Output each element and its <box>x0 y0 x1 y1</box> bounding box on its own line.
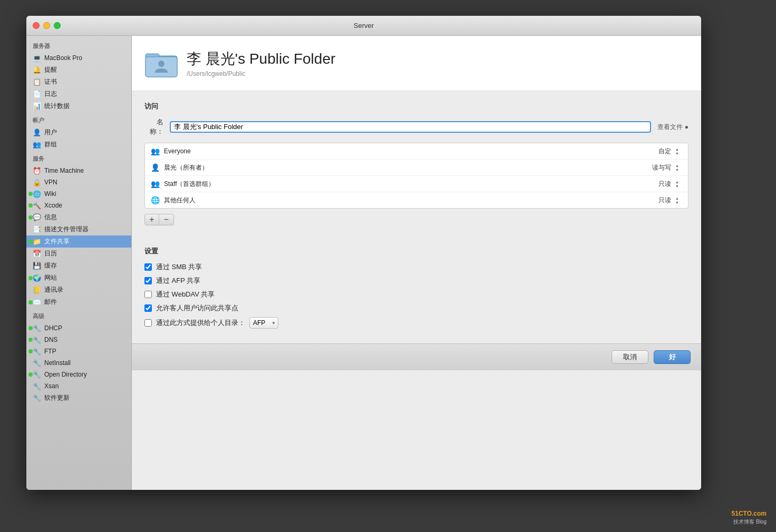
sidebar-item-label: 证书 <box>44 77 57 86</box>
chevron-updown-icon <box>675 196 683 204</box>
users-icon: 👤 <box>33 129 41 137</box>
sidebar-section-label: 高级 <box>26 308 131 322</box>
sidebar-item-wiki[interactable]: 🌐Wiki <box>26 188 131 200</box>
view-files-button[interactable]: 查看文件 ● <box>657 123 688 132</box>
folder-info: 李 晨光's Public Folder /Users/lcgweb/Publi… <box>187 49 335 77</box>
user-icon: 🌐 <box>150 195 160 205</box>
settings-row-smb: 通过 SMB 共享 <box>144 262 688 272</box>
sidebar-item-label: Wiki <box>44 190 56 198</box>
permission-select-stepper[interactable] <box>675 179 683 189</box>
sidebar-item-vpn[interactable]: 🔒VPN <box>26 176 131 188</box>
dns-icon: 🔧 <box>33 336 41 344</box>
sidebar-item-groups[interactable]: 👥群组 <box>26 139 131 151</box>
checkbox-smb[interactable] <box>144 263 152 271</box>
status-dot <box>28 300 33 304</box>
user-icon: 👥 <box>150 179 160 189</box>
sidebar-item-log[interactable]: 📄日志 <box>26 88 131 100</box>
sidebar-item-dns[interactable]: 🔧DNS <box>26 334 131 346</box>
protocol-select-wrapper: AFPSMBFTP <box>249 317 278 329</box>
sidebar-item-label: 网站 <box>44 273 57 282</box>
sidebar-item-timemachine[interactable]: ⏰Time Machine <box>26 165 131 176</box>
sidebar-item-label: Xcode <box>44 202 62 209</box>
opendirectory-icon: 🔧 <box>33 370 41 379</box>
sidebar-item-xcode[interactable]: 🔨Xcode <box>26 200 131 211</box>
sidebar-item-label: 日历 <box>44 249 57 258</box>
status-dot <box>28 240 33 244</box>
name-input[interactable] <box>170 121 651 133</box>
sidebar-section-label: 帐户 <box>26 112 131 126</box>
reminder-icon: 🔔 <box>33 66 41 74</box>
user-name: 其他任何人 <box>164 196 654 205</box>
settings-row-guest: 允许客人用户访问此共享点 <box>144 303 688 313</box>
settings-label-homedirs: 通过此方式提供给个人目录： <box>156 318 245 328</box>
ftp-icon: 🔧 <box>33 347 41 356</box>
permission-row: 👤晨光（所有者）读与写 <box>145 160 688 176</box>
sidebar-item-mail[interactable]: ✉️邮件 <box>26 296 131 308</box>
sidebar-section-label: 服务器 <box>26 38 131 52</box>
user-icon: 👤 <box>150 163 160 172</box>
folder-icon <box>144 46 178 80</box>
sidebar-item-info[interactable]: 💬信息 <box>26 211 131 223</box>
checkbox-afp[interactable] <box>144 277 152 284</box>
minimize-button[interactable] <box>43 22 50 29</box>
sidebar-item-fileshare[interactable]: 📁文件共享 <box>26 235 131 248</box>
sidebar-item-xsan[interactable]: 🔧Xsan <box>26 380 131 392</box>
sidebar-item-website[interactable]: 🌍网站 <box>26 272 131 284</box>
cert-icon: 📋 <box>33 78 41 86</box>
settings-label-webdav: 通过 WebDAV 共享 <box>156 290 215 299</box>
sidebar-item-opendirectory[interactable]: 🔧Open Directory <box>26 369 131 380</box>
ok-button[interactable]: 好 <box>654 350 691 364</box>
sidebar-item-softwareupdate[interactable]: 🔧软件更新 <box>26 392 131 404</box>
main-panel: 李 晨光's Public Folder /Users/lcgweb/Publi… <box>132 36 701 490</box>
sidebar-item-cert[interactable]: 📋证书 <box>26 76 131 88</box>
sidebar-item-dhcp[interactable]: 🔧DHCP <box>26 322 131 334</box>
permission-select-stepper[interactable] <box>675 162 683 173</box>
sidebar-item-cache[interactable]: 💾缓存 <box>26 260 131 272</box>
timemachine-icon: ⏰ <box>33 166 41 175</box>
sidebar-item-label: VPN <box>44 179 57 186</box>
chevron-updown-icon <box>675 164 683 172</box>
permission-select-stepper[interactable] <box>675 195 683 205</box>
checkbox-guest[interactable] <box>144 304 152 312</box>
permission-select-stepper[interactable] <box>675 146 683 156</box>
remove-permission-button[interactable]: − <box>159 214 174 225</box>
sidebar-item-contacts[interactable]: 📒通讯录 <box>26 284 131 296</box>
status-dot <box>28 192 33 196</box>
cancel-button[interactable]: 取消 <box>612 350 648 364</box>
name-label: 名称： <box>144 117 163 136</box>
permission-row: 👥Everyone自定 <box>145 143 688 160</box>
sidebar-item-reminder[interactable]: 🔔提醒 <box>26 64 131 76</box>
sidebar-item-calendar[interactable]: 📅日历 <box>26 248 131 260</box>
settings-title: 设置 <box>144 247 688 256</box>
maximize-button[interactable] <box>54 22 61 29</box>
perm-level: 只读 <box>658 196 671 205</box>
sidebar-item-netinstall[interactable]: 🔧NetInstall <box>26 357 131 369</box>
sidebar-item-stats[interactable]: 📊统计数据 <box>26 100 131 112</box>
sidebar-item-ftp[interactable]: 🔧FTP <box>26 346 131 357</box>
folder-title: 李 晨光's Public Folder <box>187 49 335 69</box>
sidebar-item-users[interactable]: 👤用户 <box>26 126 131 139</box>
xcode-icon: 🔨 <box>33 201 41 210</box>
sidebar-item-macbook[interactable]: 💻MacBook Pro <box>26 52 131 64</box>
main-window: Server 服务器💻MacBook Pro🔔提醒📋证书📄日志📊统计数据帐户👤用… <box>26 16 701 490</box>
folder-header: 李 晨光's Public Folder /Users/lcgweb/Publi… <box>132 36 701 91</box>
protocol-select[interactable]: AFPSMBFTP <box>249 317 278 329</box>
settings-row-afp: 通过 AFP 共享 <box>144 276 688 285</box>
close-button[interactable] <box>33 22 40 29</box>
settings-row-webdav: 通过 WebDAV 共享 <box>144 290 688 299</box>
checkbox-webdav[interactable] <box>144 291 152 298</box>
sidebar-item-label: 信息 <box>44 213 57 222</box>
xsan-icon: 🔧 <box>33 382 41 390</box>
wiki-icon: 🌐 <box>33 190 41 198</box>
checkbox-homedirs[interactable] <box>144 319 152 327</box>
perm-level: 读与写 <box>652 163 671 172</box>
user-name: 晨光（所有者） <box>164 163 648 172</box>
access-section: 访问 名称： 查看文件 ● 👥Everyone自定👤晨光（所有者）读与写👥Sta… <box>132 91 701 247</box>
add-permission-button[interactable]: + <box>144 214 159 225</box>
add-remove-row: + − <box>144 214 688 225</box>
sidebar-item-label: 文件共享 <box>44 237 70 246</box>
macbook-icon: 💻 <box>33 54 41 62</box>
status-dot <box>28 338 33 342</box>
stats-icon: 📊 <box>33 102 41 111</box>
sidebar-item-profile[interactable]: 📑描述文件管理器 <box>26 223 131 235</box>
